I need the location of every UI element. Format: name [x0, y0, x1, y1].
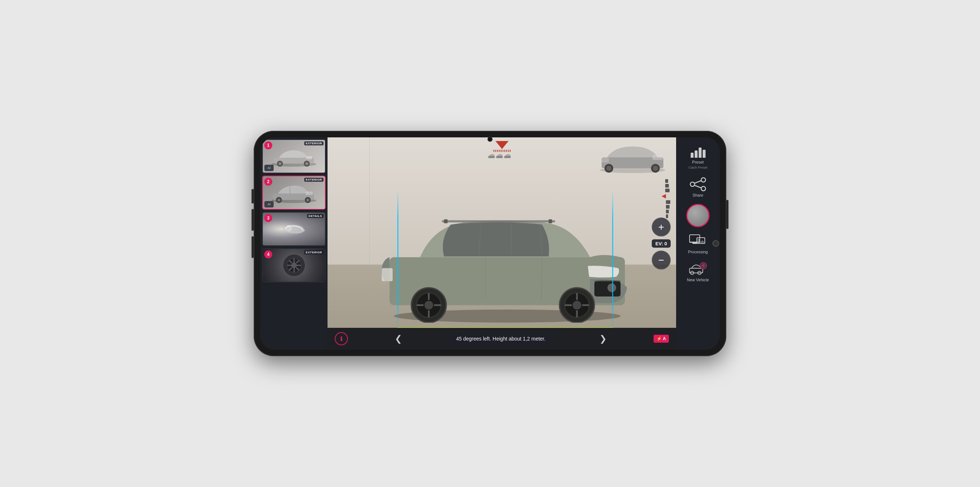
- svg-line-77: [695, 185, 701, 188]
- bbox-right: [612, 191, 613, 329]
- ev-display: EV: 0: [652, 239, 671, 248]
- shot-list-panel: 1 EXTERIOR Ai: [260, 137, 328, 350]
- zoom-in-button[interactable]: +: [652, 218, 671, 237]
- new-vehicle-button[interactable]: New Vehicle: [678, 259, 718, 285]
- nav-prev-button[interactable]: ❮: [391, 331, 406, 346]
- flash-badge[interactable]: ⚡ A: [654, 335, 669, 343]
- wheel-svg: [282, 253, 307, 278]
- share-icon-svg: [689, 177, 707, 191]
- preset-bar-1: [690, 153, 694, 158]
- preset-icon: [689, 144, 707, 158]
- preset-bar-3: [698, 148, 702, 158]
- shot-label-4: EXTERIOR: [304, 250, 323, 255]
- shot-item-4[interactable]: 4 EXTERIOR: [262, 248, 326, 282]
- shot-label-1: EXTERIOR: [304, 142, 323, 145]
- processing-label: Processing: [688, 250, 708, 254]
- guide-car-icons: [487, 153, 517, 160]
- bixby-button[interactable]: [251, 236, 254, 258]
- svg-rect-69: [549, 220, 552, 223]
- svg-point-35: [653, 166, 658, 171]
- main-car-svg: [376, 201, 638, 323]
- svg-point-18: [291, 263, 297, 268]
- arrow-left-icon: ❮: [395, 334, 402, 344]
- svg-rect-40: [665, 189, 670, 192]
- volume-down-button[interactable]: [251, 209, 254, 231]
- volume-up-button[interactable]: [251, 189, 254, 204]
- room-corner-line: [369, 137, 370, 264]
- svg-point-33: [606, 166, 611, 171]
- shot-number-4: 4: [264, 250, 272, 258]
- svg-rect-80: [692, 243, 697, 244]
- shot-number-2: 2: [264, 178, 272, 186]
- share-label: Share: [692, 193, 703, 197]
- phone-screen: 1 EXTERIOR Ai: [260, 137, 720, 350]
- side-camera-button[interactable]: [713, 240, 719, 247]
- new-vehicle-icon-svg: [689, 262, 707, 276]
- power-button[interactable]: [726, 200, 729, 229]
- share-button[interactable]: Share: [678, 174, 718, 200]
- svg-rect-48: [594, 281, 620, 296]
- svg-point-70: [608, 283, 616, 292]
- arrow-right-icon: ❯: [600, 334, 607, 344]
- share-icon: [689, 177, 707, 191]
- shot-item-1[interactable]: 1 EXTERIOR Ai: [262, 139, 326, 173]
- car-thumbnail-2: [269, 181, 319, 204]
- svg-point-75: [690, 182, 695, 186]
- info-button[interactable]: ℹ: [335, 332, 348, 345]
- svg-rect-49: [382, 268, 393, 281]
- svg-rect-42: [666, 200, 670, 204]
- bottom-nav-bar: ℹ ❮ 45 degrees left. Height about 1,2 me…: [328, 328, 676, 350]
- svg-rect-39: [665, 184, 669, 188]
- svg-rect-13: [306, 191, 313, 195]
- toolbar-panel: Preset Catch Preset Share: [676, 137, 720, 350]
- svg-rect-78: [690, 235, 700, 242]
- new-vehicle-label: New Vehicle: [687, 278, 709, 282]
- svg-point-62: [573, 301, 581, 310]
- shot-item-3[interactable]: 3 DETAILS: [262, 212, 326, 246]
- processing-icon-svg: [689, 234, 707, 248]
- camera-view: + EV: 0 − ℹ ❮ 45 degrees left. Height ab…: [328, 137, 676, 350]
- reference-car-svg: [596, 141, 669, 174]
- svg-point-55: [424, 301, 433, 310]
- zoom-out-button[interactable]: −: [652, 251, 671, 270]
- phone-device: 1 EXTERIOR Ai: [254, 131, 726, 356]
- svg-point-73: [701, 178, 706, 182]
- flash-auto-label: A: [663, 336, 666, 341]
- info-icon: ℹ: [340, 336, 342, 342]
- svg-rect-36: [652, 155, 663, 160]
- alignment-guide: [487, 141, 517, 160]
- svg-rect-37: [601, 158, 609, 162]
- shot-ai-badge-1: Ai: [264, 165, 274, 171]
- flash-icon: ⚡: [657, 336, 662, 341]
- svg-point-82: [698, 239, 700, 241]
- svg-rect-68: [444, 220, 447, 223]
- svg-point-5: [305, 162, 308, 165]
- car-thumbnail-1: [269, 145, 319, 168]
- phone-shell: 1 EXTERIOR Ai: [254, 131, 726, 356]
- shutter-button[interactable]: [686, 204, 710, 227]
- svg-rect-28: [496, 156, 503, 158]
- preset-button[interactable]: Preset Catch Preset: [678, 141, 718, 172]
- headlight-svg: [280, 218, 309, 240]
- new-vehicle-icon: [689, 262, 707, 276]
- shot-label-2: EXTERIOR: [304, 178, 323, 182]
- guide-triangle: [495, 141, 509, 149]
- preset-bar-4: [703, 150, 706, 158]
- shot-item-2[interactable]: 2 EXTERIOR Ai: [262, 175, 326, 210]
- svg-point-12: [306, 199, 309, 201]
- svg-marker-41: [662, 194, 666, 199]
- svg-rect-43: [666, 205, 670, 208]
- bbox-left: [397, 191, 398, 329]
- shot-ai-badge-2: Ai: [264, 201, 274, 207]
- processing-icon: [689, 234, 707, 248]
- svg-rect-44: [666, 210, 669, 213]
- instruction-label: 45 degrees left. Height about 1,2 meter.: [456, 336, 546, 342]
- preset-label: Preset: [692, 160, 704, 164]
- main-car-view: [376, 201, 638, 324]
- svg-point-74: [701, 186, 706, 191]
- front-camera: [487, 137, 493, 142]
- nav-next-button[interactable]: ❯: [596, 331, 610, 346]
- preset-sublabel: Catch Preset: [689, 166, 707, 169]
- svg-line-51: [511, 223, 511, 256]
- shot-number-3: 3: [264, 214, 272, 222]
